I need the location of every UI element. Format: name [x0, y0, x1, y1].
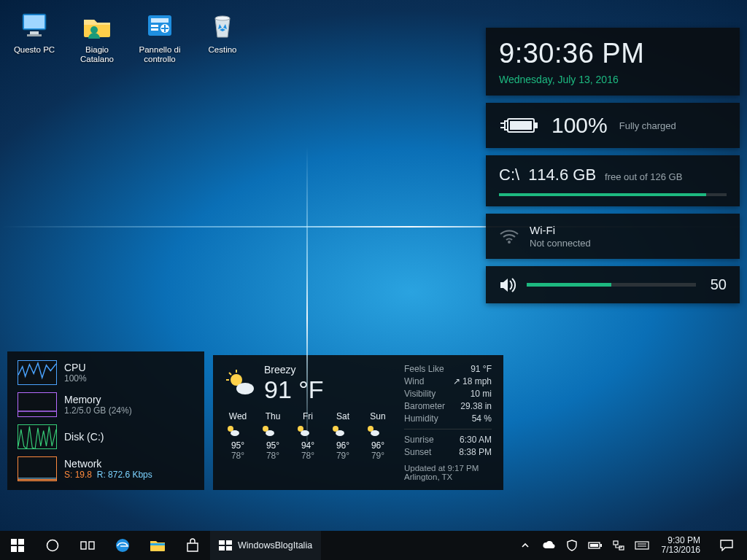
forecast-day: Wed95°78°: [225, 411, 251, 461]
desktop-icons: Questo PC Biagio Catalano Pannello di co…: [6, 6, 251, 67]
weather-widget[interactable]: Breezy 91 °F Wed95°78°Thu95°78°Fri94°78°…: [213, 355, 503, 490]
desktop-icon-label: Biagio Catalano: [71, 45, 123, 64]
forecast-day: Sun96°79°: [365, 411, 391, 461]
chevron-up-icon: [521, 541, 530, 550]
sun-cloud-icon: [330, 423, 346, 439]
wifi-title: Wi-Fi: [530, 224, 591, 236]
tray-keyboard-icon[interactable]: [632, 531, 651, 560]
clock-widget[interactable]: 9:30:36 PM Wednesday, July 13, 2016: [486, 28, 740, 96]
tray-clock[interactable]: 9:30 PM 7/13/2016: [656, 536, 706, 555]
system-tray: 9:30 PM 7/13/2016: [511, 531, 747, 560]
window-flag-icon: [219, 540, 232, 551]
svg-rect-39: [219, 540, 225, 545]
sysmon-memory-value: 1.2/5.0 GB (24%): [64, 405, 132, 416]
desktop-icon-questo-pc[interactable]: Questo PC: [6, 6, 63, 67]
forecast-day: Thu95°78°: [260, 411, 286, 461]
svg-point-27: [336, 430, 344, 436]
clock-date: Wednesday, July 13, 2016: [499, 74, 727, 85]
taskbar-app-explorer[interactable]: [140, 531, 175, 560]
system-monitor-widget[interactable]: CPU100% Memory1.2/5.0 GB (24%) Disk (C:)…: [7, 351, 204, 490]
cortana-button[interactable]: [35, 531, 70, 560]
desktop-icon-control-panel[interactable]: Pannello di controllo: [131, 6, 188, 67]
svg-rect-6: [151, 18, 169, 23]
disk-widget[interactable]: C:\ 114.6 GB free out of 126 GB: [486, 155, 740, 206]
sysmon-network: Network S: 19.8 R: 872.6 Kbps: [18, 456, 194, 481]
tray-network-icon[interactable]: [609, 531, 628, 560]
disk-drive: C:\: [499, 166, 519, 184]
svg-rect-41: [219, 546, 225, 551]
svg-point-21: [231, 430, 239, 436]
taskbar-active-title: WindowsBlogItalia: [238, 540, 312, 551]
disk-free: 114.6 GB: [528, 166, 596, 184]
svg-point-34: [47, 540, 58, 551]
svg-rect-33: [18, 546, 24, 552]
svg-rect-31: [18, 539, 24, 545]
wifi-icon: [499, 228, 519, 244]
sun-cloud-icon: [295, 423, 311, 439]
tray-onedrive-icon[interactable]: [539, 531, 558, 560]
sun-cloud-icon: [260, 423, 276, 439]
svg-point-23: [266, 430, 274, 436]
taskbar-app-store[interactable]: [175, 531, 210, 560]
sysmon-disk: Disk (C:): [18, 424, 194, 449]
weather-details: Feels Like91 °F Wind↗ 18 mph Visibility1…: [404, 364, 492, 481]
battery-plug-icon: [499, 114, 540, 136]
sun-cloud-icon: [365, 423, 381, 439]
keyboard-icon: [635, 541, 649, 550]
monitor-icon: [18, 9, 51, 42]
weather-partly-cloudy-icon: [225, 368, 257, 400]
svg-rect-32: [11, 546, 17, 552]
volume-widget[interactable]: 50: [486, 266, 740, 303]
battery-icon: [588, 541, 603, 550]
file-explorer-icon: [150, 538, 166, 553]
wifi-widget[interactable]: Wi-Fi Not connected: [486, 214, 740, 259]
desktop[interactable]: Questo PC Biagio Catalano Pannello di co…: [0, 0, 747, 531]
right-widget-column: 9:30:36 PM Wednesday, July 13, 2016 100%…: [486, 28, 740, 303]
user-folder-icon: [80, 9, 114, 42]
tray-battery-icon[interactable]: [586, 531, 605, 560]
volume-slider[interactable]: [527, 283, 696, 287]
sysmon-network-value: S: 19.8 R: 872.6 Kbps: [64, 470, 152, 480]
taskbar: WindowsBlogItalia 9:30 PM 7/13/2016: [0, 531, 747, 560]
svg-point-25: [301, 430, 309, 436]
sysmon-memory: Memory1.2/5.0 GB (24%): [18, 392, 194, 417]
sysmon-memory-title: Memory: [64, 394, 132, 405]
tray-date: 7/13/2016: [662, 545, 700, 555]
task-view-icon: [80, 540, 95, 551]
action-center-button[interactable]: [711, 531, 743, 560]
desktop-icon-label: Cestino: [209, 45, 237, 55]
svg-point-29: [371, 430, 379, 436]
wifi-status: Not connected: [530, 238, 591, 249]
speaker-icon: [499, 277, 516, 293]
svg-rect-48: [635, 542, 649, 549]
volume-value: 50: [706, 276, 727, 293]
task-view-button[interactable]: [70, 531, 105, 560]
weather-condition: Breezy: [264, 364, 324, 376]
desktop-icon-label: Pannello di controllo: [134, 45, 185, 64]
svg-rect-12: [535, 122, 538, 128]
weather-temp: 91 °F: [264, 376, 324, 404]
svg-rect-2: [30, 31, 39, 34]
windows-icon: [11, 539, 24, 552]
tray-overflow-button[interactable]: [516, 531, 535, 560]
battery-widget[interactable]: 100% Fully charged: [486, 103, 740, 148]
taskbar-active-window[interactable]: WindowsBlogItalia: [210, 531, 321, 560]
cloud-icon: [542, 541, 555, 550]
svg-point-4: [90, 26, 98, 34]
sun-cloud-icon: [225, 423, 241, 439]
tray-defender-icon[interactable]: [562, 531, 581, 560]
shield-icon: [567, 540, 577, 551]
disk-suffix: free out of 126 GB: [605, 171, 682, 182]
svg-rect-45: [590, 544, 598, 547]
circle-icon: [46, 539, 59, 552]
recycle-bin-icon: [206, 9, 239, 42]
notification-icon: [720, 540, 733, 551]
svg-rect-36: [89, 542, 94, 549]
sysmon-disk-title: Disk (C:): [64, 431, 104, 443]
taskbar-app-edge[interactable]: [105, 531, 140, 560]
sysmon-cpu: CPU100%: [18, 360, 194, 385]
desktop-icon-recycle-bin[interactable]: Cestino: [194, 6, 251, 67]
desktop-icon-user-folder[interactable]: Biagio Catalano: [69, 6, 125, 67]
svg-point-19: [236, 383, 254, 394]
start-button[interactable]: [0, 531, 35, 560]
